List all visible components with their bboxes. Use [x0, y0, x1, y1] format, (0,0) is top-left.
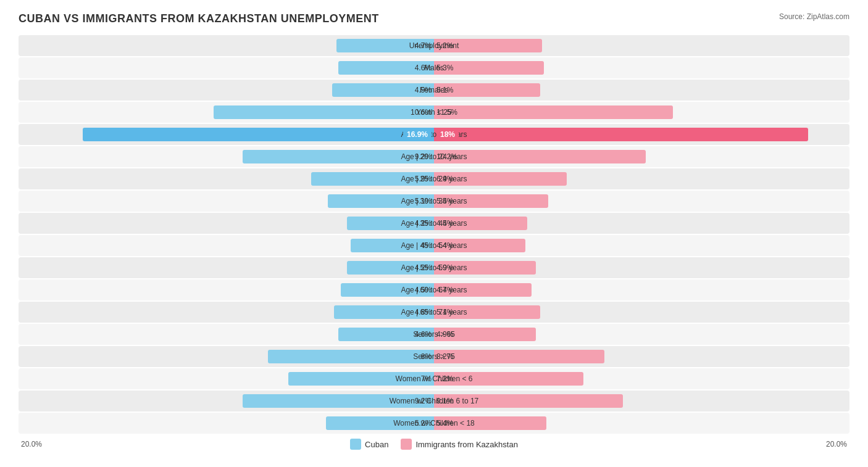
bar-right-val-1: 5.3% — [436, 64, 453, 72]
bar-inner: Women w/ Children < 18 5.2% 5.4% — [19, 413, 849, 434]
bar-right-val-7: 5.5% — [436, 197, 453, 205]
bar-left-val-9: 4% — [421, 241, 432, 250]
bar-right-val-3: 11.5% — [436, 108, 457, 117]
bar-right-val-11: 4.7% — [436, 286, 453, 294]
bar-right-val-6: 6.4% — [436, 175, 453, 183]
bar-left-4 — [83, 128, 434, 141]
bar-right-val-13: 4.9% — [436, 330, 453, 339]
bar-left-val-10: 4.2% — [415, 263, 432, 272]
bar-left-val-0: 4.7% — [415, 41, 432, 50]
bar-inner: Age | 16 to 19 years 16.9% 18% — [19, 124, 849, 145]
bar-left-val-14: 8% — [421, 352, 432, 361]
chart-title: CUBAN VS IMMIGRANTS FROM KAZAKHSTAN UNEM… — [19, 12, 379, 25]
bar-row: Women w/ Children < 6 7% 7.2% — [19, 368, 849, 389]
bar-left-val-12: 4.8% — [415, 308, 432, 316]
bar-right-14 — [434, 350, 604, 363]
bar-row: Age | 45 to 54 years 4% 4.4% — [19, 235, 849, 256]
bar-label-10: Age | 55 to 59 years — [401, 263, 467, 272]
bar-inner: Age | 30 to 34 years 5.1% 5.5% — [19, 191, 849, 212]
axis-max-label: 20.0% — [826, 440, 847, 448]
bar-inner: Women w/ Children < 6 7% 7.2% — [19, 368, 849, 389]
bar-left-val-17: 5.2% — [415, 419, 432, 428]
bar-right-val-15: 7.2% — [436, 374, 453, 383]
legend-cuban-box — [350, 439, 361, 450]
bar-row: Males 4.6% 5.3% — [19, 57, 849, 78]
bar-left-val-5: 9.2% — [415, 152, 432, 161]
bar-inner: Females 4.9% 5.1% — [19, 80, 849, 101]
bar-left-val-6: 5.9% — [415, 175, 432, 183]
bar-right-val-8: 4.5% — [436, 219, 453, 228]
bar-left-val-16: 9.2% — [415, 397, 432, 405]
chart-source: Source: ZipAtlas.com — [779, 12, 849, 21]
bar-row: Youth < 25 10.6% 11.5% — [19, 102, 849, 123]
bar-left-val-2: 4.9% — [415, 86, 432, 94]
bar-row: Unemployment 4.7% 5.2% — [19, 35, 849, 56]
bar-inner: Age | 20 to 24 years 9.2% 10.2% — [19, 146, 849, 167]
bar-inner: Women w/ Children 6 to 17 9.2% 9.1% — [19, 391, 849, 411]
legend-kazakh-label: Immigrants from Kazakhstan — [415, 440, 517, 449]
bar-label-15: Women w/ Children < 6 — [396, 374, 473, 383]
chart-footer: 20.0% Cuban Immigrants from Kazakhstan 2… — [19, 439, 849, 450]
bar-label-17: Women w/ Children < 18 — [393, 419, 475, 428]
bar-inner: Seniors > 75 8% 8.2% — [19, 346, 849, 367]
bar-row: Age | 60 to 64 years 4.5% 4.7% — [19, 279, 849, 300]
bar-row: Age | 30 to 34 years 5.1% 5.5% — [19, 191, 849, 212]
bar-right-val-9: 4.4% — [436, 241, 453, 250]
bar-right-val-5: 10.2% — [436, 152, 457, 161]
bar-row: Age | 55 to 59 years 4.2% 4.9% — [19, 257, 849, 278]
bar-row: Women w/ Children 6 to 17 9.2% 9.1% — [19, 391, 849, 411]
chart-header: CUBAN VS IMMIGRANTS FROM KAZAKHSTAN UNEM… — [19, 12, 849, 25]
bar-inner: Age | 45 to 54 years 4% 4.4% — [19, 235, 849, 256]
bar-right-val-14: 8.2% — [436, 352, 453, 361]
bar-label-16: Women w/ Children 6 to 17 — [390, 397, 479, 405]
bar-inner: Age | 35 to 44 years 4.2% 4.5% — [19, 213, 849, 234]
bar-inner: Age | 25 to 29 years 5.9% 6.4% — [19, 168, 849, 189]
legend-cuban-label: Cuban — [365, 440, 388, 449]
bar-right-val-4: 18% — [436, 129, 459, 140]
bar-inner: Males 4.6% 5.3% — [19, 57, 849, 78]
bar-right-val-10: 4.9% — [436, 263, 453, 272]
bar-row: Seniors > 75 8% 8.2% — [19, 346, 849, 367]
bar-inner: Age | 55 to 59 years 4.2% 4.9% — [19, 257, 849, 278]
bar-left-val-11: 4.5% — [415, 286, 432, 294]
legend-kazakh: Immigrants from Kazakhstan — [401, 439, 517, 450]
bar-right-val-12: 5.1% — [436, 308, 453, 316]
bar-label-6: Age | 25 to 29 years — [401, 175, 467, 183]
bar-left-14 — [268, 350, 434, 363]
bar-inner: Seniors > 65 4.6% 4.9% — [19, 324, 849, 345]
bar-row: Women w/ Children < 18 5.2% 5.4% — [19, 413, 849, 434]
bar-inner: Youth < 25 10.6% 11.5% — [19, 102, 849, 123]
bar-left-val-7: 5.1% — [415, 197, 432, 205]
bar-label-11: Age | 60 to 64 years — [401, 286, 467, 294]
bar-inner: Unemployment 4.7% 5.2% — [19, 35, 849, 56]
bar-left-val-15: 7% — [421, 374, 432, 383]
legend: Cuban Immigrants from Kazakhstan — [350, 439, 518, 450]
legend-kazakh-box — [401, 439, 412, 450]
bar-left-3 — [214, 105, 434, 119]
bar-label-9: Age | 45 to 54 years — [401, 241, 467, 250]
bar-inner: Age | 65 to 74 years 4.8% 5.1% — [19, 302, 849, 323]
bar-label-7: Age | 30 to 34 years — [401, 197, 467, 205]
bar-right-3 — [434, 105, 673, 119]
bar-inner: Age | 60 to 64 years 4.5% 4.7% — [19, 279, 849, 300]
bar-left-val-8: 4.2% — [415, 219, 432, 228]
bar-row: Age | 65 to 74 years 4.8% 5.1% — [19, 302, 849, 323]
bar-row: Age | 20 to 24 years 9.2% 10.2% — [19, 146, 849, 167]
bar-label-12: Age | 65 to 74 years — [401, 308, 467, 316]
bar-row: Seniors > 65 4.6% 4.9% — [19, 324, 849, 345]
bar-right-val-16: 9.1% — [436, 397, 453, 405]
bar-row: Age | 25 to 29 years 5.9% 6.4% — [19, 168, 849, 189]
bar-row: Age | 16 to 19 years 16.9% 18% — [19, 124, 849, 145]
bar-left-val-1: 4.6% — [415, 64, 432, 72]
bar-right-val-17: 5.4% — [436, 419, 453, 428]
bar-row: Age | 35 to 44 years 4.2% 4.5% — [19, 213, 849, 234]
bar-right-4 — [434, 128, 808, 141]
chart-area: Unemployment 4.7% 5.2% Males 4.6% 5.3% F… — [19, 35, 849, 434]
bar-label-8: Age | 35 to 44 years — [401, 219, 467, 228]
bar-right-val-0: 5.2% — [436, 41, 453, 50]
bar-left-val-3: 10.6% — [411, 108, 432, 117]
chart-container: CUBAN VS IMMIGRANTS FROM KAZAKHSTAN UNEM… — [19, 12, 849, 450]
legend-cuban: Cuban — [350, 439, 388, 450]
bar-row: Females 4.9% 5.1% — [19, 80, 849, 101]
bar-left-val-4: 16.9% — [403, 129, 432, 140]
